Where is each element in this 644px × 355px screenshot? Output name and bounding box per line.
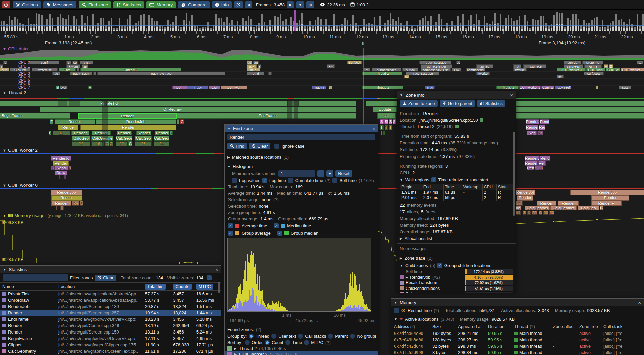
zone-free-column-header[interactable]: Zone free — [579, 324, 602, 329]
timeline-zone[interactable]: C — [180, 119, 184, 124]
timeline-zone[interactable]: Rend — [540, 156, 550, 161]
memory-button[interactable]: Memory — [146, 1, 176, 8]
timeline-zone[interactable] — [64, 175, 66, 179]
timeline-zone[interactable]: Render — [526, 125, 538, 130]
cpu-zone[interactable]: Ti — [56, 86, 59, 89]
filter-zones-input[interactable] — [3, 274, 68, 281]
timeline-zone[interactable]: 8 — [51, 166, 54, 170]
timeline-zone[interactable]: Render — [78, 113, 177, 119]
cpu-zone[interactable]: sen-ds — [564, 61, 581, 64]
timeline-zone[interactable] — [58, 101, 67, 106]
thread-header-guif-worker-0[interactable]: ▼GUIF worker 0 — [3, 183, 38, 188]
bin-minus-button[interactable]: - — [317, 170, 324, 177]
total-time-column-header[interactable]: Total tim — [145, 284, 166, 290]
timeline-zone[interactable]: 9 — [68, 166, 71, 170]
timeline-zone[interactable]: Render — [525, 161, 538, 166]
allocation-row[interactable]: 0x7dfaa64e00192 bytes298.21 ms59.95 sMai… — [391, 330, 644, 337]
timeline-zone[interactable]: Render — [80, 125, 176, 130]
power-button[interactable] — [2, 1, 10, 8]
timeline-zone[interactable]: CalcGeomel — [525, 206, 550, 210]
timeline-zone[interactable]: Si — [384, 119, 388, 124]
timeline-zone[interactable]: Render — [55, 119, 95, 124]
group-children-checkbox[interactable]: ✓ — [437, 263, 442, 268]
statistics-window-title[interactable]: ▼ Statistics × — [0, 266, 221, 273]
table-row[interactable]: Renderjni/../jni/src/guif/Control.cpp:34… — [0, 322, 221, 329]
timeline-zone[interactable]: CalcGeo — [154, 136, 169, 141]
timeline-zone[interactable]: Render — [53, 161, 69, 166]
log-values-checkbox[interactable] — [232, 178, 237, 183]
thread-header-thread-2[interactable]: ▼Thread-2 — [3, 90, 26, 95]
found-zone-group[interactable]: ▶GUIF worker 2(3,296) 4.61 s — [225, 351, 378, 355]
group-by-radio-no-groupi[interactable] — [350, 334, 355, 339]
cpu-zone[interactable]: surfac — [402, 68, 418, 71]
cpu-zone[interactable]: s — [3, 61, 7, 64]
timeline-zone[interactable]: T — [385, 125, 388, 130]
cpu-zone[interactable]: -grms — [584, 64, 602, 68]
cpu-zone[interactable] — [93, 72, 96, 75]
timeline-zone[interactable]: Render — [517, 195, 533, 201]
cpu-zone[interactable]: surfaceflinger — [372, 68, 401, 71]
cpu-zone[interactable]: s — [0, 64, 3, 68]
wait-column-header[interactable]: End — [422, 184, 443, 190]
timeline-zone[interactable] — [69, 101, 80, 106]
timeline-zone[interactable]: 20 — [549, 211, 554, 215]
timeline-zone[interactable] — [60, 206, 64, 210]
legend-checkbox[interactable]: ✓ — [228, 223, 233, 228]
collapse-triangle-icon[interactable]: ▼ — [394, 317, 397, 321]
cpu-zone[interactable]: M — [88, 86, 92, 89]
timeline-zone[interactable]: Render — [51, 195, 82, 201]
cpu-zone[interactable]: composer@2.1-se — [421, 68, 451, 71]
cpu-zone[interactable]: se — [72, 61, 78, 64]
cpu-zone[interactable]: syst — [60, 86, 67, 89]
timeline-zone[interactable]: RenderJob — [51, 190, 82, 195]
wait-column-header[interactable]: Time — [443, 184, 462, 190]
cpu-zone[interactable] — [77, 68, 79, 71]
zoom-to-zone-button[interactable]: Zoom to zone — [400, 100, 438, 107]
cpu-zone[interactable]: se — [82, 64, 88, 68]
cpu-zone[interactable]: te — [637, 61, 643, 64]
bin-plus-button[interactable]: + — [326, 170, 334, 177]
table-row[interactable]: OnRedrawjni/../jni/src/claw/application/… — [0, 297, 221, 303]
timeline-zone[interactable]: 26 — [135, 141, 152, 146]
cpu-zone[interactable]: m1a — [247, 68, 260, 71]
timeline-zone[interactable]: Rencer — [537, 201, 556, 206]
timeline-zone[interactable]: Re — [72, 201, 79, 206]
memory-usage-section-header[interactable]: ▼Memory usage (y-range: 178.27 KB, visib… — [3, 213, 128, 218]
cpu-zone[interactable]: surf — [0, 68, 9, 71]
cpu-zone[interactable]: Thread-2 — [362, 72, 402, 75]
find-zone-window-title[interactable]: ▼ Find zone × — [225, 125, 378, 132]
close-icon[interactable]: × — [372, 126, 375, 131]
table-row[interactable]: Renderjni/../jni/src/guif/Screen.cpp:150… — [0, 329, 221, 335]
collapse-triangle-icon[interactable]: ▼ — [400, 93, 403, 97]
cpu-zone[interactable]: au — [456, 61, 460, 64]
zone-search-input[interactable]: Render — [227, 134, 375, 140]
cpu-zone[interactable]: -tracy_systrace — [419, 61, 451, 64]
timeline-zone[interactable]: T — [389, 125, 392, 130]
cpu-zone[interactable]: m/surface — [523, 64, 546, 68]
wait-region-row[interactable]: 1.91 ms1.97 ms61 µs-2R — [400, 190, 513, 195]
timeline-zone[interactable]: Render — [117, 131, 132, 135]
clear-button[interactable]: Clear — [249, 143, 270, 149]
group-by-radio-thread[interactable] — [249, 334, 254, 339]
cpu-zone[interactable]: s — [258, 64, 261, 68]
cpu-zone[interactable]: Thre — [59, 68, 76, 71]
cpu-zone[interactable]: rol — [513, 64, 521, 68]
timeline-zone[interactable]: OnRedraw — [40, 107, 356, 112]
timeline-zone[interactable] — [59, 175, 60, 179]
cpu-zone[interactable]: Thread-2 — [496, 86, 519, 89]
cpu-zone[interactable]: kw — [327, 64, 335, 68]
cumulate-checkbox[interactable] — [288, 178, 293, 183]
cpu-zone[interactable]: tracy_sysn — [70, 72, 92, 75]
appeared-column-header[interactable]: Appeared at — [458, 324, 487, 329]
cpu-zone[interactable]: rworke — [513, 68, 527, 71]
timeline-zone[interactable]: 22 — [116, 141, 128, 146]
clear-filter-button[interactable]: Clear — [95, 275, 116, 281]
call-stack-column-header[interactable]: Call stack — [603, 324, 622, 329]
min-bin-input[interactable]: 1 — [278, 170, 315, 177]
sort-by-radio-mtpc[interactable] — [304, 340, 309, 345]
info-button[interactable]: Info — [212, 1, 232, 8]
cpu-zone[interactable]: tracy_systrace — [406, 72, 439, 75]
cpu-zone[interactable]: GUI — [209, 86, 220, 89]
timeline-zone[interactable]: CalcGeo — [135, 136, 152, 141]
cpu-zone[interactable]: surfacel — [347, 61, 362, 64]
